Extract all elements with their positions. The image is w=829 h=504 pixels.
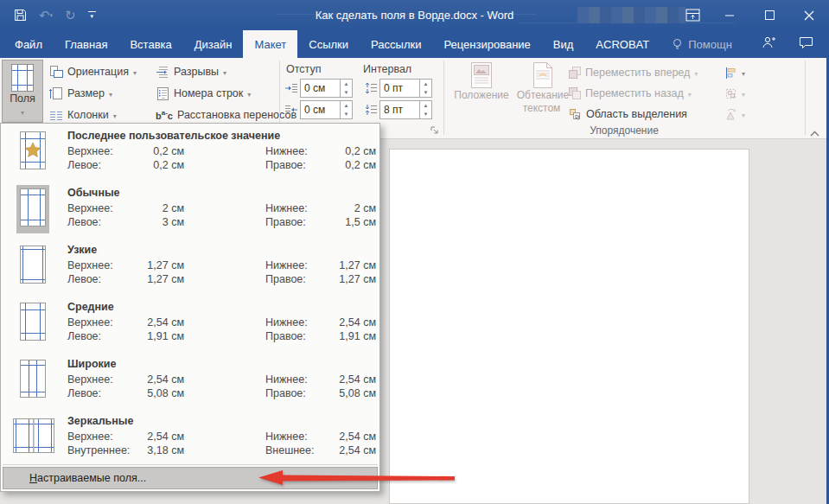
margin-preset-last-custom[interactable]: Последнее пользовательское значение Верх… bbox=[3, 127, 378, 182]
spacing-after-icon bbox=[365, 100, 379, 119]
spinner-arrows[interactable]: ▲▼ bbox=[341, 79, 353, 98]
spinner-arrows[interactable]: ▲▼ bbox=[420, 100, 432, 119]
dropdown-caret-icon bbox=[688, 87, 692, 99]
custom-margins-item[interactable]: Настраиваемые поля... bbox=[3, 467, 378, 489]
spacing-before-field[interactable]: 0 пт ▲▼ bbox=[365, 79, 432, 98]
position-icon bbox=[470, 62, 493, 88]
bring-forward-button[interactable]: Переместить вперед bbox=[569, 63, 698, 82]
quick-access-toolbar: ↶▾ ↻ ▾ bbox=[14, 0, 96, 30]
orientation-button[interactable]: Ориентация bbox=[49, 62, 137, 81]
indent-left-icon bbox=[285, 79, 300, 98]
arrange-group-label: Упорядочение bbox=[443, 124, 805, 137]
maximize-button[interactable] bbox=[749, 0, 789, 30]
spinner-arrows[interactable]: ▲▼ bbox=[341, 100, 353, 119]
rotate-objects-button[interactable] bbox=[724, 105, 745, 124]
dropdown-caret-icon bbox=[694, 67, 698, 79]
minimize-button[interactable] bbox=[710, 0, 749, 30]
dropdown-caret-icon bbox=[133, 66, 137, 78]
margin-wide-icon bbox=[16, 356, 49, 405]
group-objects-button[interactable] bbox=[724, 84, 745, 103]
size-button[interactable]: Размер bbox=[49, 84, 112, 103]
send-backward-button[interactable]: Переместить назад bbox=[569, 84, 692, 103]
margin-narrow-icon bbox=[16, 242, 49, 290]
tab-file[interactable]: Файл bbox=[3, 30, 54, 58]
margin-normal-icon bbox=[16, 185, 49, 233]
close-button[interactable] bbox=[789, 0, 829, 30]
line-numbers-button[interactable]: Номера строк bbox=[156, 84, 251, 103]
spinner-arrows[interactable]: ▲▼ bbox=[420, 79, 432, 98]
save-icon[interactable] bbox=[14, 9, 27, 22]
margin-mirrored-icon bbox=[10, 413, 58, 462]
page-break-icon bbox=[156, 66, 169, 79]
lightbulb-icon bbox=[672, 38, 683, 51]
dropdown-caret-icon bbox=[109, 87, 112, 99]
indent-label: Отступ bbox=[286, 63, 321, 75]
line-numbers-icon bbox=[156, 87, 169, 100]
position-button[interactable]: Положение bbox=[447, 62, 516, 119]
indent-left-field[interactable]: 0 см ▲▼ bbox=[285, 79, 353, 98]
tab-home[interactable]: Главная bbox=[54, 30, 118, 58]
indent-right-field[interactable]: 0 см ▲▼ bbox=[285, 100, 353, 119]
columns-button[interactable]: Колонки bbox=[49, 105, 117, 124]
share-icon[interactable] bbox=[762, 35, 776, 53]
paragraph-dialog-launcher-icon[interactable] bbox=[430, 124, 440, 139]
selection-pane-button[interactable]: Область выделения bbox=[569, 105, 687, 124]
margin-preset-moderate[interactable]: Средние Верхнее:2,54 смНижнее:2,54 см Ле… bbox=[3, 298, 378, 354]
ribbon-tab-bar: Файл Главная Вставка Дизайн Макет Ссылки… bbox=[0, 30, 829, 58]
margin-preset-normal[interactable]: Обычные Верхнее:2 смНижнее:2 см Левое:3 … bbox=[3, 184, 378, 239]
tab-mailings[interactable]: Рассылки bbox=[360, 30, 432, 58]
redo-icon[interactable]: ↻ bbox=[65, 8, 76, 23]
breaks-button[interactable]: Разрывы bbox=[156, 62, 226, 81]
customize-qat-icon[interactable]: ▾ bbox=[88, 11, 96, 19]
columns-icon bbox=[49, 109, 63, 122]
tab-insert[interactable]: Вставка bbox=[118, 30, 182, 58]
dropdown-caret-icon bbox=[223, 66, 226, 78]
dropdown-caret-icon bbox=[742, 67, 745, 79]
spacing-after-field[interactable]: 8 пт ▲▼ bbox=[365, 100, 432, 119]
document-page[interactable] bbox=[389, 149, 749, 504]
wrap-text-icon bbox=[532, 62, 553, 88]
margins-icon bbox=[10, 64, 35, 92]
orientation-icon bbox=[49, 66, 63, 79]
send-backward-icon bbox=[569, 87, 581, 99]
bring-forward-icon bbox=[569, 67, 581, 79]
margin-moderate-icon bbox=[16, 299, 49, 348]
collapse-ribbon-icon[interactable] bbox=[809, 125, 820, 141]
spacing-label: Интервал bbox=[363, 63, 411, 75]
undo-icon[interactable]: ↶▾ bbox=[39, 8, 53, 23]
hyphenation-button[interactable]: ba-c Расстановка переносов bbox=[156, 105, 304, 124]
margin-preset-mirrored[interactable]: Зеркальные Верхнее:2,54 смНижнее:2,54 см… bbox=[3, 412, 378, 468]
title-bar: ↶▾ ↻ ▾ Как сделать поля в Ворде.docx - W… bbox=[0, 0, 829, 30]
selection-pane-icon bbox=[569, 108, 582, 121]
tab-view[interactable]: Вид bbox=[542, 30, 585, 58]
redacted-user-area bbox=[577, 7, 686, 23]
tab-references[interactable]: Ссылки bbox=[297, 30, 360, 58]
rotate-icon bbox=[724, 108, 737, 121]
margins-button[interactable]: Поля bbox=[2, 60, 43, 123]
tab-review[interactable]: Рецензирование bbox=[432, 30, 541, 58]
titlebar-pattern bbox=[277, 14, 536, 15]
margins-dropdown-menu: Последнее пользовательское значение Верх… bbox=[0, 123, 380, 492]
tab-acrobat[interactable]: ACROBAT bbox=[584, 30, 660, 58]
dropdown-caret-icon bbox=[113, 109, 117, 121]
menu-separator bbox=[3, 464, 378, 465]
align-objects-button[interactable] bbox=[724, 63, 745, 82]
dropdown-caret-icon bbox=[742, 87, 745, 99]
wrap-text-button[interactable]: Обтекание текстом bbox=[516, 62, 570, 119]
align-icon bbox=[724, 67, 737, 80]
tab-tell-me[interactable]: Помощн bbox=[660, 30, 743, 58]
dropdown-caret-icon bbox=[21, 105, 24, 118]
indent-right-icon bbox=[285, 100, 300, 119]
margin-preset-narrow[interactable]: Узкие Верхнее:1,27 смНижнее:1,27 см Лево… bbox=[3, 241, 378, 297]
margin-preset-wide[interactable]: Широкие Верхнее:2,54 смНижнее:2,54 см Ле… bbox=[3, 355, 378, 411]
tab-design[interactable]: Дизайн bbox=[183, 30, 244, 58]
comments-icon[interactable] bbox=[799, 36, 813, 53]
dropdown-caret-icon bbox=[247, 87, 251, 99]
tab-layout[interactable]: Макет bbox=[243, 30, 297, 58]
ribbon-display-options-icon[interactable] bbox=[675, 0, 710, 30]
page-size-icon bbox=[49, 87, 63, 100]
group-icon bbox=[724, 87, 737, 100]
margin-custom-icon bbox=[16, 128, 49, 176]
hyphenation-icon: ba-c bbox=[156, 109, 173, 121]
dropdown-caret-icon bbox=[742, 108, 745, 120]
